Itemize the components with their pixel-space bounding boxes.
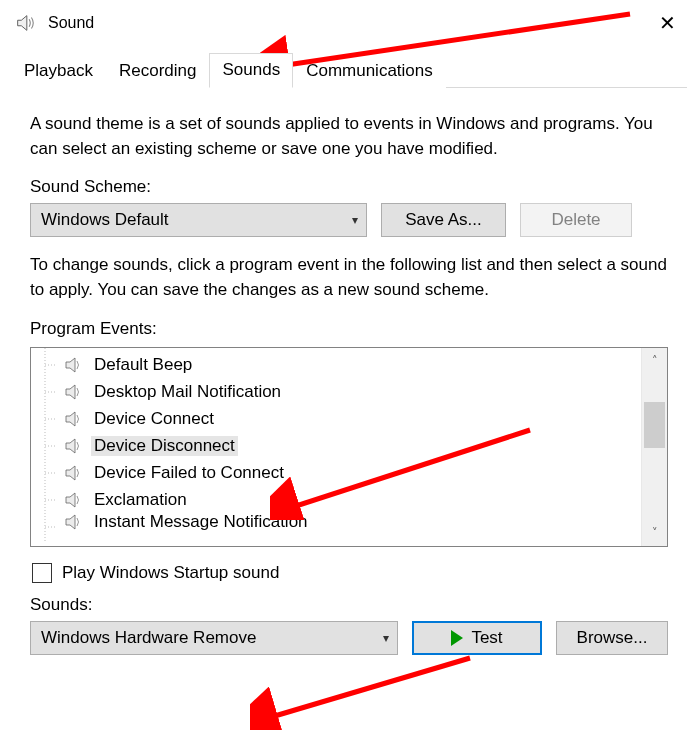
scroll-down-icon[interactable]: ˅ (642, 520, 667, 546)
sounds-label: Sounds: (30, 595, 668, 615)
event-item[interactable]: Exclamation (31, 487, 641, 514)
startup-sound-label: Play Windows Startup sound (62, 563, 279, 583)
event-item-label: Device Connect (91, 409, 217, 429)
event-item-label: Exclamation (91, 490, 190, 510)
change-description: To change sounds, click a program event … (30, 253, 668, 302)
speaker-icon (65, 384, 83, 400)
event-item-label: Device Failed to Connect (91, 463, 287, 483)
theme-description: A sound theme is a set of sounds applied… (30, 112, 668, 161)
browse-button[interactable]: Browse... (556, 621, 668, 655)
scheme-dropdown[interactable]: Windows Default ▾ (30, 203, 367, 237)
event-item[interactable]: Default Beep (31, 352, 641, 379)
event-item-label: Instant Message Notification (91, 514, 311, 530)
tab-communications[interactable]: Communications (293, 54, 446, 88)
scroll-up-icon[interactable]: ˄ (642, 348, 667, 374)
tab-sounds[interactable]: Sounds (209, 53, 293, 88)
tab-recording[interactable]: Recording (106, 54, 210, 88)
event-item[interactable]: Desktop Mail Notification (31, 379, 641, 406)
tab-playback[interactable]: Playback (11, 54, 106, 88)
event-item-label: Default Beep (91, 355, 195, 375)
play-icon (451, 630, 463, 646)
event-item[interactable]: Instant Message Notification (31, 514, 641, 530)
speaker-icon (65, 357, 83, 373)
window-title: Sound (48, 14, 649, 32)
events-label: Program Events: (30, 319, 668, 339)
event-item-label: Device Disconnect (91, 436, 238, 456)
sounds-dropdown-value: Windows Hardware Remove (41, 628, 256, 648)
sounds-dropdown[interactable]: Windows Hardware Remove ▾ (30, 621, 398, 655)
event-item[interactable]: Device Connect (31, 406, 641, 433)
program-events-list[interactable]: Default Beep Desktop Mail Notification D… (30, 347, 668, 547)
scheme-dropdown-value: Windows Default (41, 210, 169, 230)
chevron-down-icon: ▾ (352, 213, 358, 227)
scroll-thumb[interactable] (644, 402, 665, 448)
speaker-icon (65, 465, 83, 481)
startup-sound-checkbox[interactable] (32, 563, 52, 583)
chevron-down-icon: ▾ (383, 631, 389, 645)
speaker-icon (65, 438, 83, 454)
delete-button: Delete (520, 203, 632, 237)
speaker-icon (65, 514, 83, 530)
tab-panel-sounds: A sound theme is a set of sounds applied… (0, 88, 698, 655)
tab-strip: Playback Recording Sounds Communications (0, 44, 698, 88)
annotation-arrow (250, 650, 490, 730)
scheme-label: Sound Scheme: (30, 177, 668, 197)
title-bar: Sound ✕ (0, 0, 698, 44)
close-button[interactable]: ✕ (649, 9, 686, 37)
event-item[interactable]: Device Failed to Connect (31, 460, 641, 487)
event-item-label: Desktop Mail Notification (91, 382, 284, 402)
speaker-icon (65, 492, 83, 508)
event-item[interactable]: Device Disconnect (31, 433, 641, 460)
save-as-button[interactable]: Save As... (381, 203, 506, 237)
events-scrollbar[interactable]: ˄ ˅ (641, 348, 667, 546)
svg-line-10 (268, 658, 470, 718)
test-button[interactable]: Test (412, 621, 542, 655)
startup-sound-checkbox-row[interactable]: Play Windows Startup sound (32, 563, 668, 583)
sound-icon (14, 12, 36, 34)
speaker-icon (65, 411, 83, 427)
